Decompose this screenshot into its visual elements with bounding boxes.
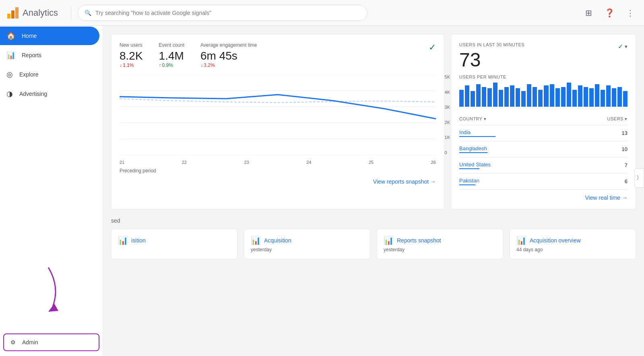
main-content: New users 8.2K ↓ 1.1% Event count 1.4M ↑… (103, 26, 644, 356)
x-label-21: 21 (120, 160, 124, 165)
svg-rect-0 (7, 14, 10, 19)
bar-item (589, 88, 594, 107)
svg-rect-1 (11, 10, 14, 19)
engagement-change: ↓ 3.2% (200, 62, 257, 68)
country-name-cell: Bangladesh (459, 145, 487, 153)
new-users-metric: New users 8.2K ↓ 1.1% (120, 42, 143, 68)
topbar-actions: ⊞ ❓ ⋮ (581, 6, 638, 20)
card-header: 📊 Acquisition overview (516, 236, 629, 245)
realtime-controls: ✓ ▾ (618, 43, 627, 50)
country-name[interactable]: Bangladesh (459, 145, 487, 151)
bar-item (487, 88, 492, 107)
realtime-card: USERS IN LAST 30 MINUTES ✓ ▾ 73 USERS PE… (451, 34, 636, 209)
check-status: ✓ (429, 42, 436, 53)
card-chart-icon: 📊 (384, 236, 394, 245)
bar-item (623, 91, 627, 107)
search-input[interactable] (95, 10, 361, 16)
bottom-card-acquisition2[interactable]: 📊 Acquisition yesterday (244, 229, 370, 259)
sidebar-item-reports[interactable]: 📊Reports (0, 46, 99, 64)
bottom-card-acquisition_overview[interactable]: 📊 Acquisition overview 44 days ago (510, 229, 636, 259)
y-label-2k: 2K (445, 120, 450, 125)
sidebar-item-explore[interactable]: ◎Explore (0, 65, 99, 84)
reports-icon: 📊 (6, 51, 15, 60)
engagement-metric: Average engagement time 6m 45s ↓ 3.2% (200, 42, 257, 68)
view-real-time-link[interactable]: View real time → (459, 195, 627, 201)
country-users: 7 (625, 162, 627, 168)
country-name-cell: United States (459, 161, 491, 169)
view-reports-link[interactable]: View reports snapshot → (120, 178, 436, 185)
app-title: Analytics (23, 8, 58, 18)
users-col-header[interactable]: USERS ▾ (607, 116, 627, 122)
bar-item (476, 84, 481, 107)
bar-item (550, 84, 554, 107)
country-users: 6 (625, 178, 627, 184)
sidebar-item-label: Advertising (19, 91, 47, 97)
advertising-icon: ◑ (6, 89, 13, 98)
collapse-sidebar-btn[interactable]: 〉 (634, 168, 644, 188)
line-chart-svg (120, 75, 436, 155)
bar-item (595, 84, 599, 107)
metrics-row: New users 8.2K ↓ 1.1% Event count 1.4M ↑… (120, 42, 436, 68)
country-name[interactable]: United States (459, 161, 491, 168)
y-axis-labels: 5K 4K 3K 2K 1K 0 (445, 75, 450, 155)
search-bar[interactable]: 🔍 (78, 5, 367, 21)
y-label-5k: 5K (445, 75, 450, 79)
sidebar-item-label: Reports (22, 52, 41, 58)
card-title: Reports snapshot (397, 237, 441, 244)
bar-item (459, 90, 464, 107)
card-chart-icon: 📊 (251, 236, 261, 245)
country-progress-bar (459, 152, 487, 153)
help-button[interactable]: ❓ (602, 6, 617, 20)
country-table-header: COUNTRY ▾ USERS ▾ (459, 113, 627, 125)
realtime-title: USERS IN LAST 30 MINUTES (459, 42, 524, 47)
more-options-button[interactable]: ⋮ (623, 6, 638, 20)
down-arrow-icon: ↓ (120, 62, 122, 68)
home-icon: 🏠 (6, 31, 15, 40)
event-count-change: ↑ 0.9% (159, 62, 184, 68)
country-name-cell: Pakistan (459, 178, 479, 185)
line-chart-area: 5K 4K 3K 2K 1K 0 (120, 75, 436, 155)
bar-item (471, 91, 475, 107)
sidebar-bottom: ⚙ Admin (0, 329, 103, 356)
card-header: 📊 Acquisition (251, 236, 363, 245)
admin-button[interactable]: ⚙ Admin (3, 333, 99, 351)
bar-item (555, 88, 560, 107)
event-count-pct: 0.9% (162, 62, 173, 68)
country-row: Pakistan 6 (459, 174, 627, 190)
sidebar: 🏠Home📊Reports◎Explore◑Advertising ⚙ Admi… (0, 26, 103, 356)
country-col-header[interactable]: COUNTRY ▾ (459, 116, 487, 122)
card-title: Acquisition (264, 237, 291, 244)
x-label-24: 24 (306, 160, 311, 165)
realtime-dropdown-btn[interactable]: ▾ (625, 43, 627, 50)
arrow-annotation (16, 263, 76, 320)
bar-item (510, 85, 514, 107)
card-title: Acquisition overview (530, 237, 581, 244)
bar-item (533, 87, 537, 107)
users-per-minute-bars (459, 83, 627, 107)
cards-section: sed 📊 isition 📊 Acquisition yesterday 📊 … (111, 217, 636, 259)
x-axis-labels: 21 22 23 24 25 26 (120, 158, 436, 166)
explore-icon: ◎ (6, 70, 13, 79)
sidebar-item-advertising[interactable]: ◑Advertising (0, 85, 99, 103)
country-row: United States 7 (459, 157, 627, 174)
bottom-card-acquisition1[interactable]: 📊 isition (111, 229, 237, 259)
main-chart-card: New users 8.2K ↓ 1.1% Event count 1.4M ↑… (111, 34, 444, 209)
country-name-cell: India (459, 129, 495, 137)
y-label-3k: 3K (445, 105, 450, 110)
card-title: isition (131, 237, 146, 244)
bottom-card-reports_snapshot[interactable]: 📊 Reports snapshot yesterday (377, 229, 503, 259)
engagement-pct: 3.2% (204, 62, 215, 68)
new-users-pct: 1.1% (123, 62, 134, 68)
new-users-value: 8.2K (120, 50, 143, 62)
apps-button[interactable]: ⊞ (581, 6, 596, 20)
sidebar-item-home[interactable]: 🏠Home (0, 27, 99, 45)
engagement-label: Average engagement time (200, 42, 257, 48)
up-arrow-icon: ↑ (159, 62, 161, 68)
country-rows: India 13 Bangladesh 10 United States 7 P… (459, 125, 627, 190)
country-name[interactable]: Pakistan (459, 178, 479, 184)
bar-item (578, 85, 582, 107)
country-name[interactable]: India (459, 129, 495, 135)
x-label-22: 22 (182, 160, 187, 165)
sidebar-item-label: Explore (19, 71, 38, 78)
bar-item (493, 83, 497, 107)
